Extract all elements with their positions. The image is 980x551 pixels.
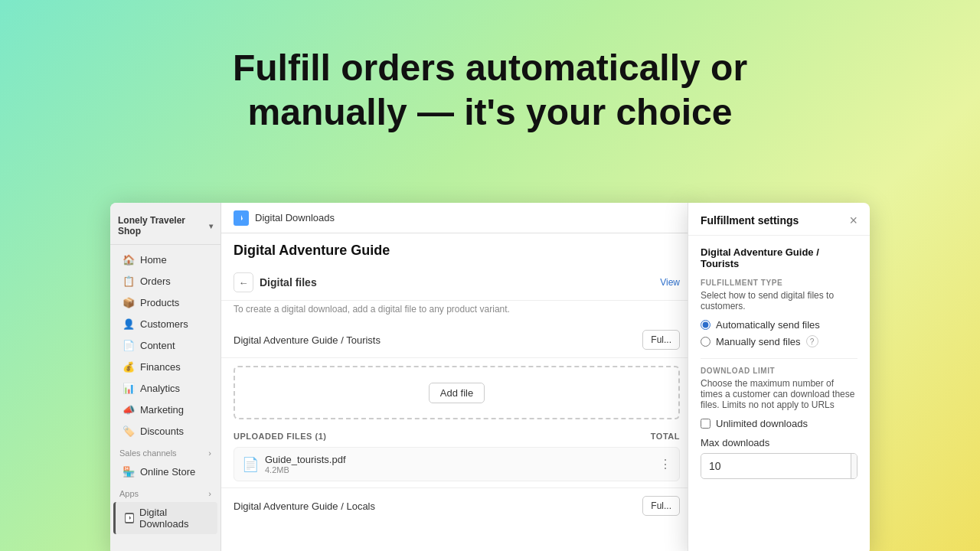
increment-button[interactable]: ▲	[851, 454, 858, 466]
fulfill-button-tourists[interactable]: Ful...	[642, 330, 680, 350]
sidebar-item-home[interactable]: 🏠 Home	[113, 249, 217, 270]
sidebar-item-label: Orders	[140, 276, 171, 287]
sidebar-item-label: Home	[140, 254, 167, 266]
digital-downloads-icon	[125, 513, 134, 523]
marketing-icon: 📣	[122, 404, 135, 416]
product-row-locals: Digital Adventure Guide / Locals Ful...	[221, 487, 692, 523]
stepper-buttons: ▲ ▼	[851, 454, 858, 478]
section-desc: To create a digital download, add a digi…	[221, 301, 692, 322]
total-label: Total	[651, 432, 680, 441]
apps-label: Apps ›	[110, 483, 220, 501]
auto-send-label: Automatically send files	[716, 319, 820, 331]
sidebar-item-label: Content	[140, 340, 175, 351]
close-button[interactable]: ×	[849, 214, 858, 227]
max-downloads-input-wrap: ▲ ▼	[701, 453, 858, 479]
expand-icon[interactable]: ›	[208, 489, 211, 498]
main-content: Digital Downloads Digital Adventure Guid…	[221, 203, 692, 551]
download-limit-desc: Choose the maximum number of times a cus…	[701, 378, 858, 410]
hero-section: Fulfill orders automatically or manually…	[0, 46, 980, 134]
divider	[701, 358, 858, 359]
unlimited-checkbox[interactable]	[701, 419, 710, 429]
sidebar-item-analytics[interactable]: 📊 Analytics	[113, 378, 217, 399]
products-icon: 📦	[122, 297, 135, 308]
max-downloads-label: Max downloads	[701, 437, 858, 448]
sidebar-item-content[interactable]: 📄 Content	[113, 335, 217, 356]
breadcrumb-title: Digital Adventure Guide	[221, 233, 692, 265]
file-item: 📄 Guide_tourists.pdf 4.2MB ⋮	[234, 447, 680, 481]
sidebar-item-customers[interactable]: 👤 Customers	[113, 314, 217, 334]
app-logo	[234, 210, 249, 226]
sidebar-item-digital-downloads[interactable]: Digital Downloads	[113, 502, 217, 534]
hero-title-line1: Fulfill orders automatically or	[233, 47, 747, 88]
back-button[interactable]: ←	[234, 272, 253, 292]
sidebar: Lonely Traveler Shop ▾ 🏠 Home 📋 Orders 📦…	[110, 203, 221, 551]
product-name: Digital Adventure Guide / Locals	[234, 500, 375, 512]
help-icon[interactable]: ?	[806, 335, 818, 347]
customers-icon: 👤	[122, 318, 135, 330]
product-row-tourists: Digital Adventure Guide / Tourists Ful..…	[221, 322, 692, 358]
digital-files-header: ← Digital files View	[221, 265, 692, 301]
file-icon: 📄	[242, 456, 259, 473]
product-name: Digital Adventure Guide / Tourists	[234, 334, 381, 346]
store-icon: 🏪	[122, 466, 135, 478]
manual-send-label: Manually send files	[716, 336, 801, 347]
upload-zone[interactable]: Add file	[234, 366, 680, 419]
sidebar-item-marketing[interactable]: 📣 Marketing	[113, 399, 217, 420]
app-window: Lonely Traveler Shop ▾ 🏠 Home 📋 Orders 📦…	[110, 203, 692, 551]
sidebar-item-label: Marketing	[140, 404, 184, 416]
store-name: Lonely Traveler Shop	[118, 215, 209, 236]
uploaded-label: UPLOADED FILES (1)	[234, 432, 326, 441]
sidebar-item-orders[interactable]: 📋 Orders	[113, 271, 217, 292]
panel-header: Fulfillment settings ×	[688, 203, 870, 236]
orders-icon: 📋	[122, 276, 135, 287]
max-downloads-input[interactable]	[701, 455, 851, 477]
add-file-button[interactable]: Add file	[429, 383, 485, 403]
download-limit-label: DOWNLOAD LIMIT	[701, 367, 858, 375]
sidebar-item-discounts[interactable]: 🏷️ Discounts	[113, 421, 217, 442]
uploaded-header: UPLOADED FILES (1) Total	[221, 427, 692, 444]
auto-send-radio[interactable]	[701, 320, 710, 330]
app-name: Digital Downloads	[255, 212, 335, 223]
unlimited-label: Unlimited downloads	[716, 418, 808, 429]
decrement-button[interactable]: ▼	[851, 466, 858, 478]
hero-title: Fulfill orders automatically or manually…	[222, 46, 758, 134]
sidebar-item-label: Online Store	[140, 466, 195, 478]
manual-send-radio[interactable]	[701, 337, 710, 347]
panel-product-name: Digital Adventure Guide / Tourists	[701, 246, 858, 269]
sidebar-item-label: Digital Downloads	[139, 507, 208, 530]
finances-icon: 💰	[122, 361, 135, 373]
top-bar: Digital Downloads	[221, 203, 692, 233]
manual-send-option[interactable]: Manually send files ?	[701, 335, 858, 347]
file-menu-button[interactable]: ⋮	[659, 457, 671, 471]
expand-icon[interactable]: ›	[208, 448, 211, 458]
fulfillment-settings-panel: Fulfillment settings × Digital Adventure…	[688, 203, 870, 551]
discounts-icon: 🏷️	[122, 425, 135, 437]
sidebar-item-online-store[interactable]: 🏪 Online Store	[113, 461, 217, 482]
file-name: Guide_tourists.pdf	[265, 454, 346, 465]
chevron-down-icon: ▾	[209, 222, 213, 230]
content-icon: 📄	[122, 340, 135, 351]
fulfillment-type-label: FULFILLMENT TYPE	[701, 279, 858, 287]
sidebar-item-label: Finances	[140, 361, 181, 373]
back-icon: ←	[239, 277, 249, 289]
sidebar-item-label: Customers	[140, 318, 188, 330]
panel-title: Fulfillment settings	[701, 214, 799, 227]
fulfillment-type-desc: Select how to send digital files to cust…	[701, 290, 858, 311]
sidebar-item-finances[interactable]: 💰 Finances	[113, 357, 217, 377]
fulfill-button-locals[interactable]: Ful...	[642, 496, 680, 516]
home-icon: 🏠	[122, 254, 135, 266]
view-link[interactable]: View	[660, 277, 680, 288]
radio-group: Automatically send files Manually send f…	[701, 319, 858, 347]
sidebar-item-label: Analytics	[140, 383, 180, 394]
hero-title-line2: manually — it's your choice	[248, 92, 733, 132]
auto-send-option[interactable]: Automatically send files	[701, 319, 858, 331]
analytics-icon: 📊	[122, 383, 135, 394]
sidebar-item-label: Discounts	[140, 425, 184, 437]
panel-body: Digital Adventure Guide / Tourists FULFI…	[688, 236, 870, 490]
sales-channels-label: Sales channels ›	[110, 442, 220, 461]
file-size: 4.2MB	[265, 465, 346, 474]
section-title: Digital files	[260, 276, 317, 289]
sidebar-item-products[interactable]: 📦 Products	[113, 292, 217, 313]
unlimited-downloads-row[interactable]: Unlimited downloads	[701, 418, 858, 429]
store-selector[interactable]: Lonely Traveler Shop ▾	[110, 212, 220, 245]
